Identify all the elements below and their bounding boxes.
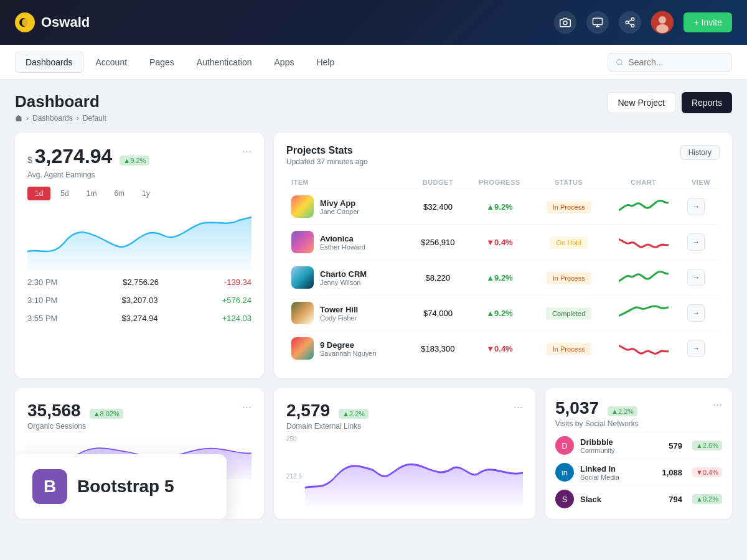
- project-view-btn[interactable]: →: [687, 304, 705, 322]
- project-status: In Process: [547, 272, 591, 284]
- organic-more-btn[interactable]: ···: [242, 401, 251, 414]
- invite-button[interactable]: + Invite: [684, 12, 732, 32]
- table-row: Tower Hill Cody Fisher $74,000 ▲9.2% Com…: [286, 296, 720, 331]
- projects-header: Projects Stats Updated 37 minutes ago Hi…: [286, 145, 720, 166]
- project-progress: ▼0.4%: [466, 331, 533, 366]
- svg-point-12: [659, 16, 666, 24]
- svg-line-15: [621, 63, 622, 65]
- page-title-area: Dashboard › Dashboards › Default: [15, 92, 106, 123]
- col-budget: BUDGET: [410, 176, 466, 189]
- new-project-button[interactable]: New Project: [608, 92, 675, 113]
- external-more-btn[interactable]: ···: [514, 401, 523, 414]
- project-name: Tower Hill: [320, 305, 358, 314]
- nav-bar: Dashboards Account Pages Authentication …: [0, 45, 747, 80]
- project-thumb: [291, 231, 314, 253]
- change-1: -139.34: [224, 278, 251, 287]
- social-type: Social Media: [580, 474, 619, 481]
- col-chart: CHART: [605, 176, 683, 189]
- breadcrumb-sep2: ›: [77, 114, 79, 123]
- filter-6m[interactable]: 6m: [106, 187, 132, 200]
- filter-5d[interactable]: 5d: [53, 187, 76, 200]
- nav-item-apps[interactable]: Apps: [265, 52, 304, 72]
- earnings-more-btn[interactable]: ···: [242, 145, 251, 158]
- project-progress: ▲9.2%: [466, 296, 533, 331]
- social-item: S Slack 794 ▲0.2%: [555, 485, 722, 512]
- svg-point-2: [563, 21, 567, 25]
- organic-label: Organic Sessions: [27, 422, 123, 431]
- svg-point-13: [656, 24, 669, 33]
- reports-button[interactable]: Reports: [682, 92, 732, 113]
- search-input[interactable]: [628, 57, 724, 67]
- project-view-btn[interactable]: →: [687, 198, 705, 215]
- earnings-amount: 3,274.94: [35, 145, 113, 168]
- logo-icon: [15, 12, 35, 32]
- mini-chart: [619, 196, 669, 215]
- svg-point-8: [632, 24, 635, 27]
- social-networks-card: 5,037 ▲2.2% Visits by Social Networks ··…: [545, 388, 732, 519]
- screen-icon-btn[interactable]: [586, 11, 609, 34]
- earnings-header: $ 3,274.94 ▲9.2% Avg. Agent Earnings ···: [27, 145, 251, 179]
- social-name: Dribbble: [580, 437, 615, 447]
- nav-item-help[interactable]: Help: [306, 52, 344, 72]
- project-thumb: [291, 195, 314, 218]
- social-icon-slack: S: [555, 490, 574, 508]
- social-label: Visits by Social Networks: [555, 419, 639, 428]
- breadcrumb-dashboards[interactable]: Dashboards: [32, 114, 73, 123]
- external-label: Domain External Links: [286, 422, 369, 431]
- social-icon-linked in: in: [555, 463, 574, 482]
- nav-item-authentication[interactable]: Authentication: [187, 52, 262, 72]
- social-count: 579: [669, 441, 682, 450]
- project-view-btn[interactable]: →: [687, 233, 705, 251]
- time-2: 3:10 PM: [27, 296, 57, 305]
- col-progress: PROGRESS: [466, 176, 533, 189]
- project-budget: $74,000: [410, 296, 466, 331]
- project-name: Avionica: [320, 234, 365, 243]
- social-left: D Dribbble Community: [555, 436, 615, 455]
- svg-line-10: [629, 20, 632, 22]
- social-amount: 5,037: [555, 398, 599, 418]
- mini-chart: [619, 231, 669, 251]
- social-left: S Slack: [555, 490, 601, 508]
- nav-item-dashboards[interactable]: Dashboards: [15, 52, 83, 73]
- project-status: Completed: [546, 307, 591, 320]
- project-view-btn[interactable]: →: [687, 340, 705, 357]
- project-progress: ▲9.2%: [466, 189, 533, 225]
- project-status: On Hold: [550, 236, 588, 249]
- social-badge: ▲2.2%: [608, 406, 637, 416]
- bottom-row: 35,568 ▲8.02% Organic Sessions ···: [15, 388, 732, 519]
- social-left: in Linked In Social Media: [555, 463, 619, 482]
- filter-1d[interactable]: 1d: [27, 187, 50, 200]
- project-progress: ▼0.4%: [466, 225, 533, 260]
- social-name: Slack: [580, 495, 601, 504]
- change-2: +576.24: [222, 296, 251, 305]
- external-amount: 2,579: [286, 401, 330, 421]
- social-item: in Linked In Social Media 1,088 ▼0.4%: [555, 459, 722, 485]
- project-progress: ▲9.2%: [466, 260, 533, 296]
- stats-row-2: 3:10 PM $3,207.03 +576.24: [27, 293, 251, 307]
- project-person: Savannah Nguyen: [320, 350, 377, 357]
- svg-line-9: [629, 23, 632, 25]
- share-icon-btn[interactable]: [619, 11, 641, 34]
- amount-3: $3,274.94: [122, 314, 158, 323]
- project-name: Charto CRM: [320, 269, 367, 279]
- project-status: In Process: [547, 343, 591, 355]
- col-view: VIEW: [682, 176, 720, 189]
- search-box[interactable]: [608, 53, 732, 72]
- social-change: ▼0.4%: [692, 467, 722, 477]
- history-button[interactable]: History: [680, 145, 720, 160]
- nav-item-pages[interactable]: Pages: [139, 52, 184, 72]
- bootstrap-icon: B: [32, 469, 67, 504]
- filter-1y[interactable]: 1y: [134, 187, 157, 200]
- social-more-btn[interactable]: ···: [713, 398, 722, 411]
- svg-point-1: [22, 18, 31, 27]
- project-budget: $8,220: [410, 260, 466, 296]
- search-icon: [616, 58, 623, 67]
- col-status: STATUS: [533, 176, 605, 189]
- filter-1m[interactable]: 1m: [79, 187, 105, 200]
- camera-icon-btn[interactable]: [554, 11, 576, 34]
- svg-rect-3: [593, 18, 603, 25]
- nav-item-account[interactable]: Account: [86, 52, 138, 72]
- project-view-btn[interactable]: →: [687, 269, 705, 286]
- social-list: D Dribbble Community 579 ▲2.6% in Linked…: [555, 432, 722, 512]
- user-avatar[interactable]: [651, 11, 674, 34]
